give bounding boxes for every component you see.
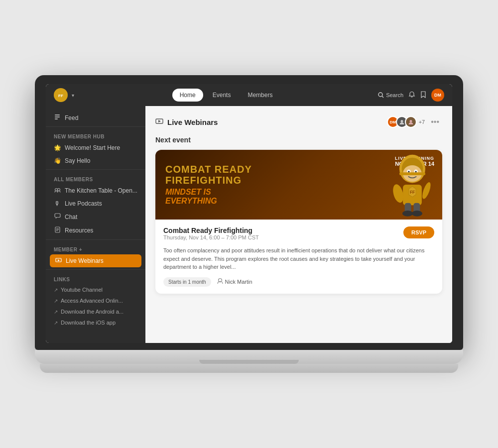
svg-rect-6 (55, 118, 58, 119)
svg-marker-15 (58, 259, 60, 261)
advanced-online-label: Access Advanced Onlin... (61, 298, 123, 304)
member-avatar-3 (405, 116, 417, 128)
more-options-button[interactable]: ••• (428, 116, 442, 127)
mic-icon: 🎙 (54, 200, 61, 207)
event-title-wrap: Combat Ready Firefighting Thursday, Nov … (163, 226, 259, 244)
link-arrow-icon-2: ↗ (54, 298, 58, 304)
wave-icon: 👋 (54, 157, 61, 164)
ios-link-label: Download the iOS app (61, 320, 116, 326)
svg-point-19 (409, 120, 412, 122)
member-avatars: DM (387, 116, 425, 128)
sidebar-item-say-hello[interactable]: 👋 Say Hello (46, 154, 145, 167)
brand-dropdown-caret[interactable]: ▾ (72, 93, 74, 98)
mascot-svg: FF (387, 152, 437, 217)
svg-point-30 (421, 181, 432, 200)
banner-title-main: COMBAT READY FIREFIGHTING (165, 164, 377, 186)
chat-icon (54, 213, 61, 221)
screen: FF ▾ Home Events Members Search (46, 84, 452, 343)
event-top-row: Combat Ready Firefighting Thursday, Nov … (163, 226, 434, 244)
event-card: COMBAT READY FIREFIGHTING MINDSET IS EVE… (155, 150, 442, 294)
presenter-name: Nick Martin (225, 279, 252, 285)
link-arrow-icon-4: ↗ (54, 320, 58, 326)
next-event-heading: Next event (155, 136, 442, 144)
sidebar-item-kitchen-table[interactable]: The Kitchen Table - Open... (46, 184, 145, 197)
android-link-label: Download the Android a... (61, 309, 124, 315)
link-youtube[interactable]: ↗ Youtube Channel (46, 284, 145, 295)
logo-icon: FF (56, 91, 65, 100)
svg-point-8 (57, 189, 60, 191)
svg-line-3 (382, 96, 383, 98)
link-android[interactable]: ↗ Download the Android a... (46, 306, 145, 317)
presenter-info: Nick Martin (217, 278, 252, 286)
user-avatar[interactable]: DM (431, 89, 444, 102)
rsvp-button[interactable]: RSVP (403, 226, 434, 238)
svg-point-7 (55, 189, 57, 191)
event-description: Too often complacency and poor attitudes… (163, 246, 434, 271)
sidebar-item-chat[interactable]: Chat (46, 210, 145, 224)
bell-icon[interactable] (408, 91, 415, 100)
chat-label: Chat (65, 214, 77, 221)
sidebar-item-welcome[interactable]: 🌟 Welcome! Start Here (46, 141, 145, 154)
kitchen-table-label: The Kitchen Table - Open... (65, 187, 137, 194)
sidebar-divider-3 (46, 239, 145, 240)
header-right: DM (387, 116, 442, 128)
event-date: Thursday, Nov 14, 6:00 – 7:00 PM CST (163, 234, 259, 240)
group-icon (54, 187, 61, 194)
tab-home[interactable]: Home (172, 89, 203, 102)
page-header: Live Webinars DM (155, 116, 442, 128)
svg-point-34 (412, 211, 422, 217)
event-body: Combat Ready Firefighting Thursday, Nov … (155, 220, 442, 294)
nav-tabs: Home Events Members (80, 89, 372, 102)
search-icon (378, 92, 384, 98)
sidebar-item-resources[interactable]: Resources (46, 224, 145, 237)
screen-bezel: FF ▾ Home Events Members Search (35, 75, 463, 350)
sidebar-divider-1 (46, 126, 145, 127)
tab-events[interactable]: Events (205, 89, 239, 102)
svg-rect-9 (55, 214, 60, 218)
top-navigation: FF ▾ Home Events Members Search (46, 84, 452, 106)
time-badge: Starts in 1 month (163, 277, 211, 287)
banner-mascot: FF (387, 152, 437, 217)
tab-members[interactable]: Members (240, 89, 280, 102)
svg-marker-17 (158, 120, 161, 122)
link-advanced-online[interactable]: ↗ Access Advanced Onlin... (46, 295, 145, 306)
feed-icon (54, 114, 61, 121)
banner-text-area: COMBAT READY FIREFIGHTING MINDSET IS EVE… (155, 156, 387, 213)
svg-rect-4 (55, 114, 60, 115)
svg-rect-27 (399, 172, 425, 175)
content-area: Feed NEW MEMBER HUB 🌟 Welcome! Start Her… (46, 106, 452, 343)
resources-icon (54, 226, 61, 234)
sidebar-item-live-podcasts[interactable]: 🎙 Live Podcasts (46, 197, 145, 210)
links-label: Links (46, 272, 145, 284)
sidebar-divider-2 (46, 169, 145, 170)
youtube-link-label: Youtube Channel (61, 287, 103, 293)
sidebar-item-live-webinars[interactable]: Live Webinars (50, 254, 141, 267)
svg-text:FF: FF (58, 94, 63, 98)
page-title-wrap: Live Webinars (155, 118, 218, 126)
member-count: +7 (419, 119, 425, 125)
laptop-keyboard (40, 364, 458, 373)
svg-rect-5 (55, 116, 60, 117)
sidebar-item-feed[interactable]: Feed (46, 111, 145, 124)
page-title-icon (155, 118, 163, 126)
svg-point-33 (402, 211, 413, 217)
link-ios[interactable]: ↗ Download the iOS app (46, 317, 145, 328)
new-member-hub-label: NEW MEMBER HUB (46, 129, 145, 141)
event-footer: Starts in 1 month Nick Martin (163, 277, 434, 287)
brand-logo[interactable]: FF (54, 88, 68, 102)
svg-point-2 (378, 93, 382, 97)
feed-label: Feed (65, 114, 78, 121)
event-title: Combat Ready Firefighting (163, 226, 259, 234)
live-webinars-icon (55, 257, 62, 264)
member-plus-label: Member + (46, 242, 145, 254)
star-icon: 🌟 (54, 144, 61, 151)
svg-point-18 (400, 120, 403, 122)
search-button[interactable]: Search (378, 92, 403, 98)
sidebar: Feed NEW MEMBER HUB 🌟 Welcome! Start Her… (46, 106, 145, 343)
bookmark-icon[interactable] (420, 91, 426, 100)
say-hello-label: Say Hello (65, 157, 90, 164)
link-arrow-icon-3: ↗ (54, 309, 58, 315)
nav-right-actions: Search DM (378, 89, 444, 102)
laptop-container: FF ▾ Home Events Members Search (35, 75, 463, 373)
main-content: Live Webinars DM (145, 106, 452, 343)
